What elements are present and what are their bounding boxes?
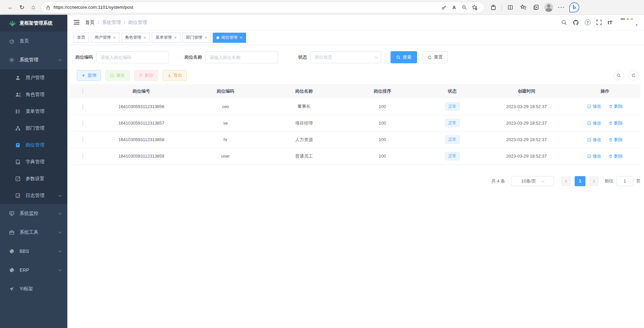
collections-icon[interactable] <box>530 2 542 13</box>
close-icon[interactable]: × <box>240 35 242 40</box>
search-icon[interactable] <box>561 20 567 25</box>
goto-page-input[interactable] <box>616 176 633 186</box>
delete-link[interactable]: 删除 <box>609 120 623 126</box>
row-checkbox[interactable] <box>82 137 83 142</box>
edit-link[interactable]: 修改 <box>587 153 601 159</box>
page-number-active[interactable]: 1 <box>575 176 585 186</box>
tab-role-management[interactable]: 角色管理 × <box>122 33 150 43</box>
status-select[interactable]: 岗位状态 <box>310 51 381 63</box>
tab-user-management[interactable]: 用户管理 × <box>91 33 120 43</box>
page-size-select[interactable]: 10条/页 <box>511 176 554 186</box>
avatar-underline <box>621 19 633 20</box>
password-key-icon[interactable] <box>439 3 449 12</box>
navbar-actions: ? tT ▼ <box>561 18 638 27</box>
reset-button[interactable]: 重置 <box>422 51 448 63</box>
delete-button[interactable]: 删除 <box>134 70 158 81</box>
tab-department-management[interactable]: 部门管理 × <box>182 33 211 43</box>
modify-button[interactable]: 修改 <box>105 70 130 81</box>
sidebar-item-departments[interactable]: 部门管理 <box>0 120 67 137</box>
edit-link[interactable]: 修改 <box>587 137 601 143</box>
sidebar-item-tools[interactable]: 系统工具 <box>0 223 67 242</box>
sidebar-item-label: 系统工具 <box>20 229 59 235</box>
read-aloud-icon[interactable]: A <box>449 3 459 12</box>
close-icon[interactable]: × <box>144 35 146 40</box>
row-checkbox[interactable] <box>82 104 83 109</box>
github-icon[interactable] <box>573 20 579 26</box>
more-icon[interactable]: ··· <box>556 2 567 13</box>
row-checkbox[interactable] <box>82 153 83 159</box>
sidebar-item-logs[interactable]: 日志管理 <box>0 187 67 204</box>
url-text[interactable]: https://ccnetcore.com:1101/system/post <box>54 5 439 10</box>
extensions-icon[interactable] <box>487 2 499 13</box>
divider <box>502 4 502 11</box>
sidebar-item-menus[interactable]: 菜单管理 <box>0 103 67 120</box>
copilot-icon[interactable]: b <box>569 2 580 13</box>
collapse-sidebar-icon[interactable] <box>73 20 80 25</box>
tag-view-bar: 首页 用户管理 × 角色管理 × 菜单管理 × 部门管理 × 岗位管理 × <box>67 30 644 45</box>
chevron-down-icon <box>59 194 62 197</box>
sidebar-item-home[interactable]: 首页 <box>0 32 67 51</box>
refresh-icon[interactable]: ↻ <box>16 2 28 13</box>
close-icon[interactable]: × <box>113 35 116 40</box>
export-button[interactable]: 导出 <box>163 70 187 81</box>
edit-link[interactable]: 修改 <box>587 120 601 126</box>
sidebar-item-parameters[interactable]: 参数设置 <box>0 170 67 187</box>
split-screen-icon[interactable] <box>505 2 516 13</box>
help-icon[interactable]: ? <box>585 20 590 25</box>
zoom-out-icon[interactable] <box>459 3 469 12</box>
sidebar-item-users[interactable]: 用户管理 <box>0 69 67 86</box>
tab-menu-management[interactable]: 菜单管理 × <box>152 33 180 43</box>
close-icon[interactable]: × <box>205 35 207 40</box>
address-bar[interactable]: https://ccnetcore.com:1101/system/post A <box>41 2 484 13</box>
post-name-input[interactable] <box>205 51 278 63</box>
show-search-icon[interactable] <box>614 70 624 80</box>
cell-post-id: 1641030593112313858 <box>96 131 187 148</box>
globe-icon <box>8 267 15 273</box>
fullscreen-icon[interactable] <box>596 20 602 25</box>
badge-icon <box>14 142 22 148</box>
delete-link[interactable]: 删除 <box>609 103 623 109</box>
profile-icon[interactable] <box>543 2 554 13</box>
sidebar-item-yi-framework[interactable]: Yi框架 <box>0 280 67 298</box>
search-button[interactable]: 搜索 <box>391 51 417 63</box>
chevron-down-icon <box>375 55 378 59</box>
sidebar-item-bbs[interactable]: BBS <box>0 242 67 261</box>
sidebar-item-erp[interactable]: ERP <box>0 261 67 280</box>
next-page-button[interactable] <box>589 176 599 186</box>
edit-link[interactable]: 修改 <box>587 103 601 109</box>
favorite-add-icon[interactable] <box>469 3 479 12</box>
add-button[interactable]: 新增 <box>77 70 101 81</box>
font-size-icon[interactable]: tT <box>608 20 612 25</box>
total-count: 共 4 条 <box>492 178 505 184</box>
sidebar-item-roles[interactable]: 角色管理 <box>0 86 67 103</box>
sidebar-item-label: 系统监控 <box>20 210 59 217</box>
favorites-icon[interactable] <box>517 2 529 13</box>
delete-link[interactable]: 删除 <box>609 137 623 143</box>
sidebar-item-label: ERP <box>20 267 59 273</box>
row-checkbox[interactable] <box>82 120 83 126</box>
select-all-checkbox[interactable] <box>82 89 83 94</box>
table-row: 1641030593112313857 se 项目经理 100 正常 2023-… <box>70 115 641 131</box>
sidebar-item-label: 参数设置 <box>26 176 61 182</box>
sidebar-item-dictionary[interactable]: 字典管理 <box>0 154 67 170</box>
menu-tree-icon <box>14 109 22 114</box>
sidebar-item-system[interactable]: 系统管理 <box>0 51 67 69</box>
caret-down-icon: ▼ <box>635 24 638 27</box>
prev-page-button[interactable] <box>561 176 571 186</box>
status-badge: 正常 <box>445 119 460 127</box>
sidebar-item-posts[interactable]: 岗位管理 <box>0 137 67 154</box>
cell-created: 2023-03-29 18:52:37 <box>484 115 569 131</box>
cell-post-code: hr <box>187 131 264 148</box>
refresh-table-icon[interactable] <box>629 70 639 80</box>
user-menu[interactable]: ▼ <box>621 18 638 27</box>
delete-link[interactable]: 删除 <box>609 153 623 159</box>
post-code-input[interactable] <box>96 51 169 63</box>
back-icon[interactable]: ← <box>5 2 16 13</box>
breadcrumb-home[interactable]: 首页 <box>85 20 95 26</box>
home-icon[interactable]: ⌂ <box>28 2 39 13</box>
tab-home[interactable]: 首页 <box>73 33 89 43</box>
sidebar-item-monitor[interactable]: 系统监控 <box>0 204 67 223</box>
close-icon[interactable]: × <box>174 35 177 40</box>
tab-post-management[interactable]: 岗位管理 × <box>213 33 246 43</box>
chevron-down-icon <box>59 211 62 215</box>
